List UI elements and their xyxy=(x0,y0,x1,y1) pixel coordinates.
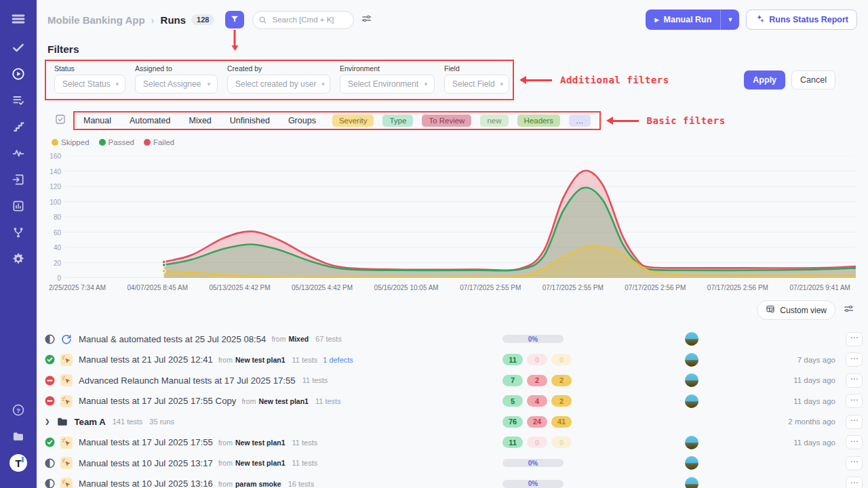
sidebar-item-tasks[interactable] xyxy=(0,39,37,56)
sidebar-item-import[interactable] xyxy=(0,171,37,188)
breadcrumb-page: Runs xyxy=(161,14,186,26)
manual-run-button[interactable]: ▶ Manual Run ▼ xyxy=(646,9,739,30)
sidebar-item-projects[interactable] xyxy=(0,428,37,445)
tag-type[interactable]: Type xyxy=(382,115,413,127)
sidebar-item-branches[interactable] xyxy=(0,224,37,241)
sidebar-item-activity[interactable] xyxy=(0,145,37,161)
run-owner xyxy=(678,353,705,367)
table-row[interactable]: Manual tests at 10 Jul 2025 13:16frompar… xyxy=(37,474,864,488)
sidebar-item-milestones[interactable] xyxy=(0,119,37,135)
breadcrumb-project[interactable]: Mobile Banking App xyxy=(47,14,145,26)
x-axis-tick: 07/17/2025 2:56 PM xyxy=(625,284,686,291)
row-menu-button[interactable]: ⋯ xyxy=(846,332,863,346)
tab-groups[interactable]: Groups xyxy=(288,116,316,125)
sidebar-item-settings[interactable] xyxy=(0,251,37,267)
select-status[interactable]: Select Status▼ xyxy=(54,75,125,94)
run-from-plan[interactable]: New test plan1 xyxy=(258,397,309,405)
run-age: 7 days ago xyxy=(705,356,841,364)
select-created-by[interactable]: Select created by user▼ xyxy=(227,75,330,94)
gear-icon xyxy=(12,252,25,266)
runs-status-report-label: Runs Status Report xyxy=(769,15,848,24)
chevron-down-icon: ▼ xyxy=(320,81,326,87)
table-row[interactable]: Manual tests at 10 Jul 2025 13:17fromNew… xyxy=(37,453,864,474)
row-menu-button[interactable]: ⋯ xyxy=(846,476,863,488)
run-title: Team A xyxy=(75,417,106,427)
runs-status-report-button[interactable]: Runs Status Report xyxy=(746,9,857,30)
select-field[interactable]: Select Field▼ xyxy=(444,75,509,94)
filter-field-label: Environment xyxy=(340,64,435,73)
y-axis-tick: 160 xyxy=(45,152,61,160)
filters-section: Filters StatusSelect Status▼Assigned toS… xyxy=(37,39,868,100)
select-environment[interactable]: Select Environment▼ xyxy=(340,75,435,94)
table-row[interactable]: Advanced Relaunch Manual tests at 17 Jul… xyxy=(37,370,864,391)
row-menu-button[interactable]: ⋯ xyxy=(846,456,863,470)
sidebar-item-test-plans[interactable] xyxy=(0,92,37,108)
avatar xyxy=(685,456,698,470)
run-owner xyxy=(678,456,705,470)
row-menu-button[interactable]: ⋯ xyxy=(846,373,863,388)
row-menu-button[interactable]: ⋯ xyxy=(846,394,863,408)
custom-view-button[interactable]: Custom view xyxy=(757,300,835,320)
quick-filters-row: ManualAutomatedMixedUnfinishedGroups Sev… xyxy=(45,111,857,130)
sidebar-item-help[interactable]: ? xyxy=(0,402,37,418)
sidebar-item-menu[interactable] xyxy=(0,5,37,33)
select-placeholder: Select Field xyxy=(452,79,495,89)
filter-field-status: StatusSelect Status▼ xyxy=(54,64,125,94)
passed-count-badge: 76 xyxy=(502,416,523,428)
edit-list-icon[interactable] xyxy=(54,113,66,128)
run-meta: 67 tests xyxy=(315,335,342,343)
expand-chevron-icon[interactable]: ❯ xyxy=(45,418,50,425)
run-info: Manual & automated tests at 25 Jul 2025 … xyxy=(45,333,502,345)
apply-button[interactable]: Apply xyxy=(744,70,785,89)
legend-item-skipped[interactable]: Skipped xyxy=(52,138,90,146)
table-row[interactable]: Manual tests at 17 Jul 2025 17:55fromNew… xyxy=(37,432,864,453)
run-from-plan[interactable]: New test plan1 xyxy=(235,459,285,467)
row-menu-button[interactable]: ⋯ xyxy=(846,435,863,449)
run-from-plan[interactable]: param smoke xyxy=(235,480,281,488)
legend-item-failed[interactable]: Failed xyxy=(144,138,174,146)
status-in-progress-icon xyxy=(45,334,55,344)
tag-headers[interactable]: Headers xyxy=(517,115,560,127)
tag-new[interactable]: new xyxy=(480,115,508,127)
tab-unfinished[interactable]: Unfinished xyxy=(230,116,270,125)
select-assigned-to[interactable]: Select Assignee▼ xyxy=(135,75,218,94)
x-axis-tick: 07/17/2025 2:55 PM xyxy=(542,284,604,291)
row-menu-button[interactable]: ⋯ xyxy=(846,352,863,367)
tag-severity[interactable]: Severity xyxy=(332,115,374,127)
run-from-plan[interactable]: New test plan1 xyxy=(235,356,285,364)
row-menu-button[interactable]: ⋯ xyxy=(846,415,863,429)
sidebar-item-runs[interactable] xyxy=(0,66,37,82)
run-from-word: from xyxy=(218,480,233,488)
progress-bar: 0% xyxy=(502,335,564,343)
table-row[interactable]: Manual tests at 17 Jul 2025 17:55 Copyfr… xyxy=(37,391,864,412)
view-settings-icon[interactable] xyxy=(843,303,854,317)
breadcrumb: Mobile Banking App › Runs 128 xyxy=(47,14,214,26)
tag-[interactable]: … xyxy=(569,115,591,127)
filter-field-label: Status xyxy=(54,64,125,73)
tab-automated[interactable]: Automated xyxy=(130,116,170,125)
tab-mixed[interactable]: Mixed xyxy=(189,116,211,125)
cancel-button[interactable]: Cancel xyxy=(791,70,835,89)
filter-field-field: FieldSelect Field▼ xyxy=(444,64,509,94)
tag-to-review[interactable]: To Review xyxy=(422,115,471,127)
x-axis-tick: 05/16/2025 10:05 AM xyxy=(374,284,439,291)
legend-item-passed[interactable]: Passed xyxy=(99,138,134,146)
sidebar-item-logo[interactable]: T xyxy=(0,455,37,471)
filter-button[interactable] xyxy=(225,11,244,28)
manual-run-label: Manual Run xyxy=(664,15,712,24)
table-group-row[interactable]: ❯Team A141 tests35 runs7624412 months ag… xyxy=(37,411,864,432)
filter-field-label: Assigned to xyxy=(135,64,218,73)
defects-link[interactable]: 1 defects xyxy=(323,356,353,364)
search-input[interactable] xyxy=(252,11,354,29)
check-icon xyxy=(12,41,25,54)
run-from-plan[interactable]: Mixed xyxy=(288,335,309,343)
table-row[interactable]: Manual & automated tests at 25 Jul 2025 … xyxy=(37,329,864,350)
row-menu-cell: ⋯ xyxy=(841,456,864,470)
table-row[interactable]: Manual tests at 21 Jul 2025 12:41fromNew… xyxy=(37,350,864,371)
chevron-down-icon[interactable]: ▼ xyxy=(721,9,739,30)
tab-manual[interactable]: Manual xyxy=(83,116,111,125)
sidebar-item-analytics[interactable] xyxy=(0,198,37,214)
run-from-plan[interactable]: New test plan1 xyxy=(235,439,285,447)
search-settings-icon[interactable] xyxy=(361,13,372,27)
x-axis-tick: 2/25/2025 7:34 AM xyxy=(49,284,106,291)
